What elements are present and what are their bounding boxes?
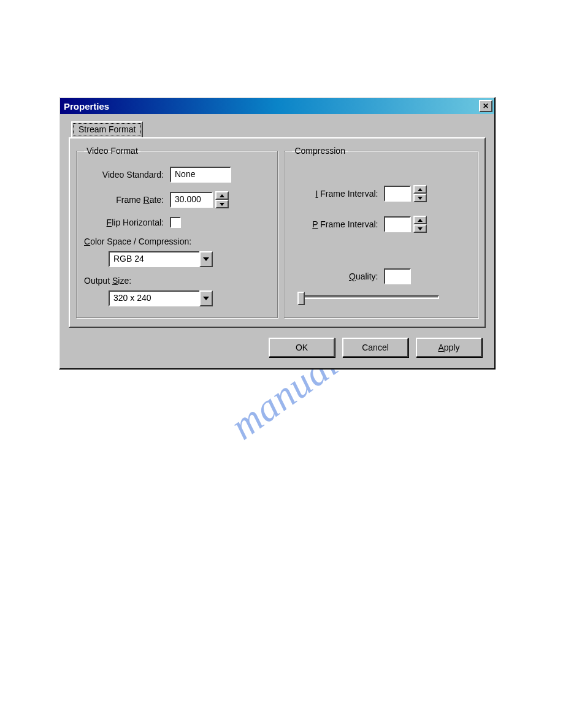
i-frame-row: I Frame Interval:: [292, 185, 472, 202]
video-format-legend: Video Format: [84, 146, 140, 156]
color-space-dropdown-button[interactable]: [199, 251, 213, 267]
chevron-up-icon: [418, 219, 423, 222]
svg-marker-7: [418, 227, 423, 230]
compression-legend: Compression: [292, 146, 347, 156]
quality-input[interactable]: [384, 268, 411, 284]
frame-rate-up-button[interactable]: [215, 191, 229, 200]
color-space-value: RGB 24: [109, 251, 199, 267]
flip-horizontal-row: Flip Horizontal:: [84, 217, 271, 228]
video-standard-row: Video Standard: None: [84, 167, 271, 183]
chevron-down-icon: [203, 297, 209, 300]
i-frame-up-button[interactable]: [413, 185, 427, 194]
svg-marker-3: [203, 297, 209, 300]
i-frame-input[interactable]: [384, 186, 411, 202]
svg-marker-0: [220, 194, 224, 197]
frame-rate-down-button[interactable]: [215, 200, 229, 208]
video-standard-label: Video Standard:: [84, 170, 170, 180]
tab-stream-format[interactable]: Stream Format: [71, 121, 143, 137]
output-size-label: Output Size:: [84, 276, 271, 286]
p-frame-label: P Frame Interval:: [292, 219, 384, 229]
video-format-group: Video Format Video Standard: None Frame …: [76, 146, 278, 318]
frame-rate-row: Frame Rate: 30.000: [84, 191, 271, 208]
ok-button[interactable]: OK: [269, 338, 335, 357]
title-bar: Properties ✕: [60, 98, 494, 114]
svg-marker-1: [220, 203, 224, 206]
cancel-button[interactable]: Cancel: [342, 338, 408, 357]
chevron-up-icon: [220, 194, 224, 197]
quality-row: Quality:: [292, 268, 472, 284]
dialog-title: Properties: [64, 101, 109, 112]
i-frame-spinner: [413, 185, 427, 202]
svg-marker-4: [418, 188, 423, 191]
close-button[interactable]: ✕: [479, 100, 492, 112]
frame-rate-label: Frame Rate:: [84, 195, 170, 205]
flip-horizontal-checkbox[interactable]: [170, 217, 181, 228]
flip-horizontal-label: Flip Horizontal:: [84, 218, 170, 227]
svg-marker-2: [203, 257, 209, 261]
color-space-label: Color Space / Compression:: [84, 237, 271, 246]
tab-row: Stream Format: [69, 121, 486, 138]
p-frame-up-button[interactable]: [413, 216, 427, 224]
color-space-select[interactable]: RGB 24: [109, 251, 213, 267]
frame-rate-spinner: [215, 191, 229, 208]
p-frame-input[interactable]: [384, 216, 411, 232]
output-size-dropdown-button[interactable]: [199, 290, 213, 306]
dialog-button-row: OK Cancel Apply: [69, 329, 486, 360]
tab-panel: Video Format Video Standard: None Frame …: [69, 137, 486, 328]
output-size-select[interactable]: 320 x 240: [109, 290, 213, 306]
output-size-value: 320 x 240: [109, 290, 199, 306]
p-frame-spinner: [413, 216, 427, 233]
dialog-body: Stream Format Video Format Video Standar…: [60, 114, 494, 368]
chevron-down-icon: [220, 203, 224, 206]
quality-slider-thumb[interactable]: [297, 292, 305, 305]
i-frame-down-button[interactable]: [413, 194, 427, 202]
chevron-down-icon: [203, 257, 209, 261]
apply-button[interactable]: Apply: [416, 338, 482, 357]
properties-dialog: Properties ✕ Stream Format Video Format …: [59, 97, 496, 370]
chevron-up-icon: [418, 188, 423, 191]
p-frame-down-button[interactable]: [413, 224, 427, 233]
compression-group: Compression I Frame Interval: P Frame In…: [284, 146, 478, 318]
quality-label: Quality:: [292, 271, 384, 281]
video-standard-field: None: [170, 167, 231, 183]
p-frame-row: P Frame Interval:: [292, 216, 472, 233]
frame-rate-input[interactable]: 30.000: [170, 192, 213, 208]
close-icon: ✕: [483, 102, 489, 110]
chevron-down-icon: [418, 197, 423, 200]
i-frame-label: I Frame Interval:: [292, 189, 384, 199]
quality-slider[interactable]: [298, 295, 439, 299]
svg-marker-5: [418, 197, 423, 200]
chevron-down-icon: [418, 227, 423, 230]
svg-marker-6: [418, 219, 423, 222]
